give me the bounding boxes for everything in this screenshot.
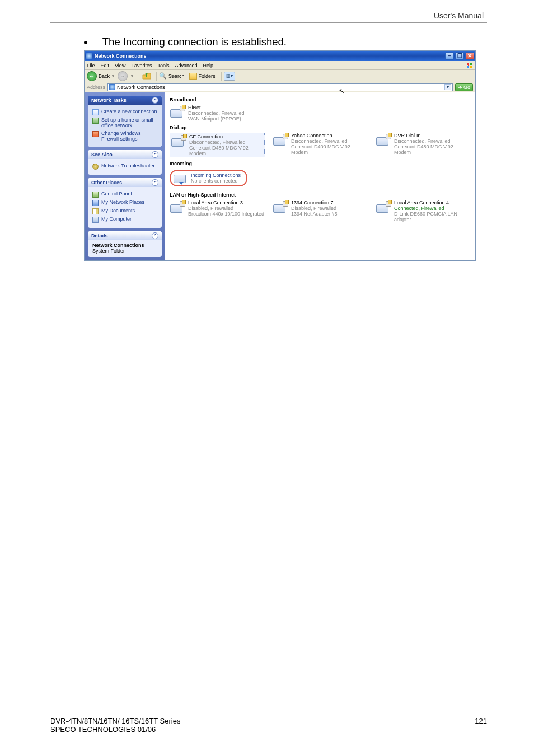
collapse-icon[interactable]: ⌃ — [152, 232, 158, 239]
conn-device: 1394 Net Adapter #5 — [291, 211, 338, 217]
client-area: Network Tasks ⌃ Create a new connection … — [85, 92, 475, 260]
connection-icon — [273, 133, 288, 147]
forward-button[interactable]: → — [118, 71, 128, 81]
bullet-dot-icon — [84, 41, 87, 44]
up-button[interactable] — [142, 71, 152, 81]
conn-status: Disconnected, Firewalled — [189, 139, 264, 145]
collapse-icon[interactable]: ⌃ — [152, 151, 158, 158]
task-label: Change Windows Firewall settings — [101, 130, 157, 142]
panel-header-details[interactable]: Details ⌃ — [88, 231, 162, 240]
other-item-controlpanel[interactable]: Control Panel — [92, 191, 157, 198]
group-lan-title: LAN or High-Speed Internet — [170, 192, 471, 198]
back-button-icon[interactable]: ← — [87, 71, 97, 81]
other-label: My Network Places — [101, 199, 144, 205]
back-button-label[interactable]: Back — [99, 73, 110, 79]
conn-status: Disconnected, Firewalled — [291, 138, 368, 144]
connection-icon — [273, 200, 288, 214]
menu-file[interactable]: File — [87, 63, 95, 68]
go-button[interactable]: ➔ Go — [455, 83, 473, 91]
conn-lan4[interactable]: Local Area Connection 4 Connected, Firew… — [376, 200, 471, 222]
page-footer: DVR-4TN/8TN/16TN/ 16TS/16TT Series SPECO… — [50, 717, 487, 734]
conn-device: Conexant D400 MDC V.92 Modem — [291, 144, 368, 155]
menu-view[interactable]: View — [115, 63, 125, 68]
address-field[interactable]: Network Connections ▾ — [107, 83, 453, 91]
panel-other-places: Other Places ⌃ Control Panel My Network … — [88, 178, 162, 228]
conn-lan3[interactable]: Local Area Connection 3 Disabled, Firewa… — [170, 200, 265, 222]
left-pane: Network Tasks ⌃ Create a new connection … — [85, 92, 165, 260]
conn-1394-7[interactable]: 1394 Connection 7 Disabled, Firewalled 1… — [273, 200, 368, 222]
minimize-button[interactable]: – — [445, 52, 454, 60]
conn-name: HiNet — [188, 105, 245, 110]
forward-dropdown-icon[interactable]: ▾ — [131, 74, 133, 78]
menu-tools[interactable]: Tools — [157, 63, 169, 68]
menu-advanced[interactable]: Advanced — [175, 63, 197, 68]
conn-device: Broadcom 440x 10/100 Integrated … — [188, 211, 265, 222]
seealso-label: Network Troubleshooter — [101, 163, 155, 169]
control-panel-icon — [92, 192, 99, 198]
window-title: Network Connections — [95, 53, 444, 59]
panel-header-other[interactable]: Other Places ⌃ — [88, 178, 162, 187]
task-item-create[interactable]: Create a new connection — [92, 109, 157, 115]
panel-title-seealso: See Also — [91, 152, 113, 157]
conn-dvr-dialin[interactable]: DVR Dial-In Disconnected, Firewalled Con… — [376, 133, 471, 157]
task-item-firewall[interactable]: Change Windows Firewall settings — [92, 130, 157, 142]
menu-edit[interactable]: Edit — [101, 63, 110, 68]
toolbar-sep2 — [156, 72, 157, 81]
task-label: Create a new connection — [101, 109, 157, 114]
search-button-label[interactable]: Search — [168, 73, 185, 79]
network-places-icon — [92, 200, 99, 206]
connection-icon — [170, 200, 185, 214]
incoming-connection-icon — [173, 172, 188, 184]
search-icon[interactable]: 🔍 — [159, 72, 167, 80]
other-label: My Computer — [101, 216, 132, 222]
menubar: File Edit View Favorites Tools Advanced … — [85, 61, 475, 70]
back-dropdown-icon[interactable]: ▾ — [112, 74, 114, 78]
group-incoming-title: Incoming — [170, 161, 471, 166]
other-item-computer[interactable]: My Computer — [92, 216, 157, 223]
folders-icon[interactable] — [189, 73, 197, 80]
my-computer-icon — [92, 217, 99, 223]
menu-favorites[interactable]: Favorites — [131, 63, 152, 68]
conn-hinet[interactable]: HiNet Disconnected, Firewalled WAN Minip… — [170, 105, 265, 122]
collapse-icon[interactable]: ⌃ — [152, 97, 158, 104]
address-icon — [109, 84, 115, 90]
new-connection-icon — [92, 109, 99, 115]
conn-device: WAN Miniport (PPPOE) — [188, 116, 245, 122]
other-item-networkplaces[interactable]: My Network Places — [92, 199, 157, 206]
conn-name: CF Connection — [189, 134, 264, 139]
menu-help[interactable]: Help — [203, 63, 213, 68]
conn-yahoo[interactable]: Yahoo Connection Disconnected, Firewalle… — [273, 133, 368, 157]
folders-button-label[interactable]: Folders — [199, 73, 216, 79]
close-button[interactable]: ✕ — [465, 52, 474, 60]
connection-icon — [170, 105, 185, 119]
maximize-button[interactable]: ❐ — [455, 52, 464, 60]
conn-incoming-selected[interactable]: Incoming Connections No clients connecte… — [170, 170, 247, 186]
panel-details: Details ⌃ Network Connections System Fol… — [88, 231, 162, 257]
conn-name: Incoming Connections — [191, 172, 241, 178]
right-pane: ↖ Broadband HiNet Disconnected, Firewall… — [165, 92, 475, 260]
panel-header-seealso[interactable]: See Also ⌃ — [88, 150, 162, 159]
conn-cf[interactable]: CF Connection Disconnected, Firewalled C… — [170, 133, 265, 157]
address-label: Address — [87, 85, 105, 90]
panel-network-tasks: Network Tasks ⌃ Create a new connection … — [88, 96, 162, 147]
connection-icon — [376, 133, 391, 147]
views-button[interactable]: ▥▾ — [224, 72, 235, 81]
address-text: Network Connections — [117, 85, 165, 90]
conn-device: Conexant D480 MDC V.92 Modem — [189, 145, 264, 156]
conn-status: Disabled, Firewalled — [188, 206, 265, 211]
collapse-icon[interactable]: ⌃ — [152, 179, 158, 186]
task-item-home[interactable]: Set up a home or small office network — [92, 117, 157, 129]
conn-device: D-Link DE660 PCMCIA LAN adapter — [394, 211, 471, 222]
address-dropdown-icon[interactable]: ▾ — [444, 84, 451, 90]
connection-icon — [376, 200, 391, 214]
footer-line1: DVR-4TN/8TN/16TN/ 16TS/16TT Series — [50, 717, 180, 725]
group-broadband-title: Broadband — [170, 97, 471, 102]
other-item-documents[interactable]: My Documents — [92, 208, 157, 214]
conn-name: Local Area Connection 3 — [188, 200, 265, 206]
conn-name: DVR Dial-In — [394, 133, 471, 138]
intro-text: The Incoming connection is established. — [102, 36, 287, 48]
addressbar: Address Network Connections ▾ ➔ Go — [85, 82, 475, 92]
panel-header-tasks[interactable]: Network Tasks ⌃ — [88, 96, 162, 105]
titlebar[interactable]: Network Connections – ❐ ✕ — [85, 51, 475, 61]
seealso-item-troubleshooter[interactable]: Network Troubleshooter — [92, 163, 157, 170]
